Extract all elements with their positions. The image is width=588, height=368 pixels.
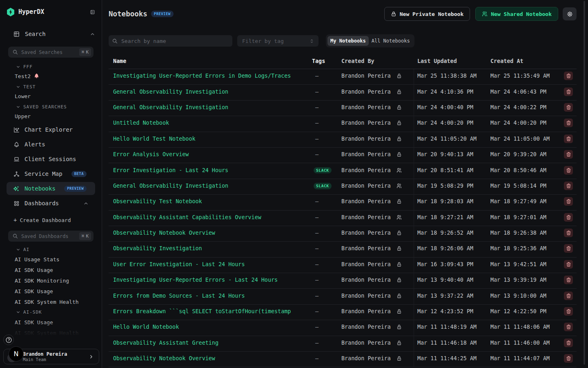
new-shared-notebook-button[interactable]: New Shared Notebook: [475, 7, 558, 21]
notebook-link[interactable]: Investigating User-Reported Errors in De…: [113, 73, 291, 79]
notebook-link[interactable]: Observability Notebook Overview: [113, 230, 215, 236]
notebook-link[interactable]: Errors from Demo Sources - Last 24 Hours: [113, 293, 245, 299]
tree-leaf-item[interactable]: AI Usage Stats: [0, 254, 102, 265]
sidebar-item-notebooks[interactable]: NotebooksPREVIEW: [7, 182, 95, 195]
notebook-link[interactable]: Untitled Notebook: [113, 120, 169, 126]
cell-tags: —: [312, 324, 341, 330]
filters-row: Search by name Filter by tag My Notebook…: [109, 34, 577, 47]
notebook-link[interactable]: Observability Assistant Capabilities Ove…: [113, 214, 261, 220]
delete-notebook-button[interactable]: [564, 339, 573, 347]
cmd-key-icon: ⌘: [82, 233, 85, 239]
delete-notebook-button[interactable]: [564, 307, 573, 316]
notebook-link[interactable]: Hello World Test Notebook: [113, 136, 196, 142]
tree-group-header[interactable]: AI: [0, 245, 102, 254]
delete-notebook-button[interactable]: [564, 213, 573, 222]
delete-notebook-button[interactable]: [564, 166, 573, 175]
tree-leaf-item[interactable]: AI SDK System Health: [0, 296, 102, 307]
delete-notebook-button[interactable]: [564, 323, 573, 331]
new-private-notebook-button[interactable]: New Private Notebook: [384, 7, 470, 21]
delete-notebook-button[interactable]: [564, 197, 573, 206]
cell-tags: —: [312, 214, 341, 220]
trash-icon: [566, 277, 571, 283]
notebook-link[interactable]: Error Investigation - Last 24 Hours: [113, 167, 228, 173]
notebook-link[interactable]: Hello World Notebook: [113, 324, 179, 330]
sidebar-item-chart-explorer[interactable]: Chart Explorer: [7, 123, 95, 136]
chevron-up-icon[interactable]: [90, 31, 95, 37]
tree-leaf-item[interactable]: Upper: [0, 112, 102, 121]
sidebar-item-client-sessions[interactable]: Client Sessions: [7, 153, 95, 166]
settings-button[interactable]: [563, 7, 577, 20]
sidebar-item-search[interactable]: Search: [0, 28, 102, 40]
tree-group-header[interactable]: SAVED SEARCHES: [0, 102, 102, 112]
notebook-link[interactable]: User Error Investigation - Last 24 Hours: [113, 261, 245, 267]
delete-notebook-button[interactable]: [564, 119, 573, 127]
delete-notebook-button[interactable]: [564, 135, 573, 143]
sidebar-item-service-map[interactable]: Service MapBETA: [7, 167, 95, 180]
sidebar-item-label: Search: [25, 31, 90, 37]
cell-name: Error Investigation - Last 24 Hours: [109, 167, 312, 173]
delete-notebook-button[interactable]: [564, 354, 573, 363]
delete-notebook-button[interactable]: [564, 292, 573, 300]
sidebar-item-dashboards[interactable]: Dashboards: [7, 197, 95, 210]
tree-group-header[interactable]: AI-SDK: [0, 307, 102, 317]
create-dashboard-button[interactable]: + Create Dashboard: [13, 217, 95, 223]
notebook-link[interactable]: Investigating User-Reported Errors - Las…: [113, 277, 278, 283]
search-by-name-input[interactable]: Search by name: [109, 35, 232, 47]
notebook-link[interactable]: Observability Assistant Greeting: [113, 340, 218, 346]
notebooks-filter-tabs: My NotebooksAll Notebooks: [326, 34, 414, 47]
delete-notebook-button[interactable]: [564, 276, 573, 284]
notebook-link[interactable]: Observability Investigation: [113, 245, 202, 251]
help-button[interactable]: [3, 334, 14, 345]
cell-tags: —: [312, 261, 341, 267]
saved-searches-input[interactable]: Saved Searches ⌘K: [8, 47, 94, 58]
cell-tags: —: [312, 151, 341, 157]
notebook-link[interactable]: General Observability Investigation: [113, 89, 228, 95]
delete-notebook-button[interactable]: [564, 182, 573, 190]
tab-my-notebooks[interactable]: My Notebooks: [327, 36, 369, 46]
notebook-link[interactable]: Observability Notebook Overview: [113, 355, 215, 361]
tree-group-header[interactable]: TEST: [0, 82, 102, 92]
table-row: Errors from Demo Sources - Last 24 Hours…: [109, 289, 577, 304]
filter-by-tag-select[interactable]: Filter by tag: [237, 35, 318, 47]
tree-leaf-item[interactable]: AI SDK Usage: [0, 265, 102, 276]
delete-notebook-button[interactable]: [564, 244, 573, 253]
sidebar-item-alerts[interactable]: Alerts: [7, 138, 95, 151]
notebook-link[interactable]: Error Analysis Overview: [113, 151, 189, 157]
cell-last-updated: Mar 11 11:46:18 AM: [417, 340, 490, 346]
search-placeholder: Search by name: [121, 38, 166, 44]
tree-leaf-item[interactable]: AI SDK Usage: [0, 286, 102, 296]
cell-name: Observability Notebook Overview: [109, 355, 312, 361]
tree-leaf-item[interactable]: AI SDK Usage: [0, 317, 102, 328]
notebook-link[interactable]: General Observability Investigation: [113, 104, 228, 110]
cmd-key-icon: ⌘: [82, 49, 85, 55]
cell-created-at: Mar 11 11:48:06 AM: [490, 324, 564, 330]
cell-tags: —: [312, 73, 341, 79]
cell-created-by: Brandon Pereira: [341, 245, 417, 251]
notebook-link[interactable]: Errors Breakdown ```sql SELECT toStartOf…: [113, 308, 291, 314]
sidebar-collapse-button[interactable]: [90, 9, 95, 15]
alert-bell-icon: [34, 73, 39, 79]
delete-notebook-button[interactable]: [564, 229, 573, 237]
tree-group-header[interactable]: FFF: [0, 62, 102, 72]
delete-notebook-button[interactable]: [564, 150, 573, 159]
tree-leaf-item[interactable]: Lower: [0, 92, 102, 101]
delete-notebook-button[interactable]: [564, 72, 573, 80]
delete-notebook-button[interactable]: [564, 88, 573, 96]
notebook-link[interactable]: General Observability Investigation: [113, 183, 228, 189]
no-tag-dash: —: [312, 355, 318, 361]
created-by-name: Brandon Pereira: [341, 167, 391, 173]
tree-leaf-item[interactable]: Test2: [0, 72, 102, 81]
cell-created-by: Brandon Pereira: [341, 104, 417, 110]
delete-notebook-button[interactable]: [564, 103, 573, 112]
saved-dashboards-input[interactable]: Saved Dashboards ⌘K: [8, 231, 94, 242]
user-card[interactable]: N Brandon Pereira Main Team: [3, 349, 99, 364]
tree-leaf-label: AI Usage Stats: [15, 256, 60, 263]
created-by-name: Brandon Pereira: [341, 214, 391, 220]
delete-notebook-button[interactable]: [564, 260, 573, 269]
tree-leaf-item[interactable]: AI SDK System Health: [0, 328, 102, 339]
scrollbar[interactable]: [584, 1, 585, 365]
tree-leaf-item[interactable]: AI SDK Monitoring: [0, 276, 102, 286]
tab-all-notebooks[interactable]: All Notebooks: [369, 36, 413, 46]
notebook-link[interactable]: Observability Test Notebook: [113, 198, 202, 204]
cell-name: General Observability Investigation: [109, 183, 312, 189]
